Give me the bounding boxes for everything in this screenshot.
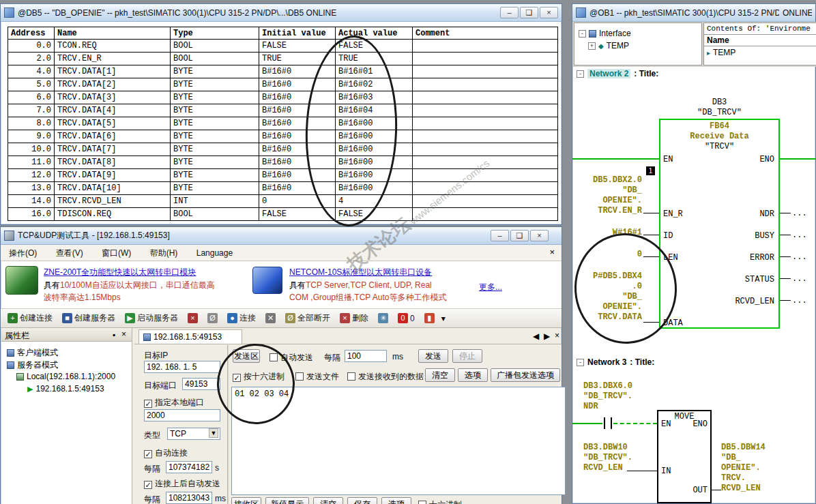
toolbar-counter-zero-button[interactable]: 00	[395, 312, 418, 325]
header-address[interactable]: Address	[8, 27, 55, 40]
new-display-button[interactable]: 新值显示	[265, 497, 309, 504]
table-row[interactable]: 4.0TRCV.DATA[1]BYTEB#16#0B#16#01	[8, 65, 558, 78]
type-select[interactable]: TCP▼	[167, 428, 220, 440]
sidebar-item-client-mode[interactable]: 客户端模式	[7, 347, 58, 359]
tab-close-icon[interactable]: ×	[555, 331, 559, 340]
sidebar-close-icon[interactable]: ×	[121, 329, 126, 339]
dest-ip-input[interactable]	[144, 361, 220, 373]
close-button[interactable]: ×	[530, 230, 549, 241]
toolbar-disconnect-all-button[interactable]: Ø全部断开	[282, 311, 333, 325]
auto-send-check-icon[interactable]: ✓	[144, 481, 152, 489]
table-row[interactable]: 16.0TDISCON.REQBOOLFALSEFALSE	[8, 208, 558, 221]
local-port-input[interactable]	[144, 409, 220, 421]
sidebar-item-local-server[interactable]: Local(192.168.1.1):2000	[16, 372, 115, 381]
error-unassigned[interactable]: ...	[792, 252, 807, 262]
toolbar-abort-button[interactable]: Ø	[205, 312, 220, 325]
tcp-window-titlebar[interactable]: TCP&UDP测试工具 - [192.168.1.5:49153] – ❑ ×	[1, 227, 562, 245]
auto-connect-checkbox[interactable]: ✓自动连接	[144, 447, 188, 459]
auto-send-checkbox[interactable]: ✓连接上后自动发送	[144, 478, 220, 490]
toolbar-start-server-button[interactable]: ▶启动服务器	[122, 311, 181, 325]
network2-collapse-icon[interactable]: -	[577, 70, 584, 78]
table-row[interactable]: 0.0TCON.REQBOOLFALSEFALSE	[8, 40, 558, 53]
toolbar-overflow-icon[interactable]: ▾	[441, 314, 446, 323]
minimize-button[interactable]: –	[500, 7, 519, 18]
tab-scroll-left-icon[interactable]: ◀	[533, 331, 539, 341]
header-comment[interactable]: Comment	[413, 27, 558, 40]
receive-hex-checkbox[interactable]: 十六进制	[418, 499, 462, 504]
toolbar-delete-button[interactable]: ×删除	[337, 311, 371, 325]
local-port-check-icon[interactable]: ✓	[144, 400, 152, 408]
send-file-check-icon[interactable]	[295, 372, 304, 381]
db-window-titlebar[interactable]: @DB5 -- "DB_OPENIE" -- pkh_test\SIMATIC …	[1, 4, 562, 22]
auto-send-interval-input[interactable]	[166, 492, 212, 504]
ndr-unassigned[interactable]: ...	[792, 209, 807, 218]
contact-operand[interactable]: DB3.DBX6.0"DB_TRCV".NDR	[583, 381, 632, 412]
table-row[interactable]: 7.0TRCV.DATA[4]BYTEB#16#0B#16#04	[8, 104, 558, 117]
temp-row[interactable]: ▸ TEMP	[704, 46, 816, 59]
table-row[interactable]: 6.0TRCV.DATA[3]BYTEB#16#0B#16#03	[8, 91, 558, 104]
busy-unassigned[interactable]: ...	[792, 231, 807, 240]
options-button[interactable]: 选项	[458, 368, 488, 382]
close-button[interactable]: ×	[540, 7, 558, 18]
send-received-check-icon[interactable]	[347, 372, 355, 381]
toolbar-new-connection-button[interactable]: +创建连接	[5, 311, 55, 325]
network3-collapse-icon[interactable]: -	[577, 359, 584, 366]
dest-port-input[interactable]	[182, 378, 220, 390]
sidebar-item-connection[interactable]: ▶ 192.168.1.5:49153	[27, 384, 104, 394]
auto-connect-check-icon[interactable]: ✓	[144, 450, 152, 458]
menu-help[interactable]: 帮助(H)	[142, 245, 186, 262]
restore-button[interactable]: ❑	[520, 7, 538, 18]
table-row[interactable]: 14.0TRCV.RCVD_LENINT04	[8, 195, 558, 208]
receive-options-button[interactable]: 选项	[381, 497, 411, 504]
receive-clear-button[interactable]: 清空	[313, 497, 343, 504]
connection-tab[interactable]: 192.168.1.5:49153	[139, 329, 242, 344]
receive-hex-check-icon[interactable]	[418, 501, 426, 504]
expand-icon[interactable]: +	[588, 42, 596, 50]
header-name[interactable]: Name	[55, 27, 171, 40]
header-type[interactable]: Type	[171, 27, 259, 40]
send-received-checkbox[interactable]: 发送接收到的数据	[347, 371, 424, 383]
table-row[interactable]: 9.0TRCV.DATA[6]BYTEB#16#0B#16#00	[8, 130, 558, 143]
network2-header[interactable]: - Network 2 : Title:	[577, 69, 658, 78]
restore-button[interactable]: ❑	[510, 230, 529, 241]
table-row[interactable]: 5.0TRCV.DATA[2]BYTEB#16#0B#16#02	[8, 78, 558, 91]
temp-tree-node[interactable]: + ◆ TEMP	[588, 41, 629, 50]
network3-header[interactable]: - Network 3 : Title:	[577, 357, 654, 367]
menu-window[interactable]: 窗口(W)	[93, 245, 139, 262]
ob1-window-titlebar[interactable]: @OB1 -- pkh_test\SIMATIC 300(1)\CPU 315-…	[572, 4, 815, 22]
menu-operation[interactable]: 操作(O)	[1, 245, 45, 262]
toolbar-connect-button[interactable]: ●连接	[224, 311, 259, 325]
toolbar-new-server-button[interactable]: ■创建服务器	[59, 311, 118, 325]
menu-language[interactable]: Language	[188, 246, 241, 261]
table-row[interactable]: 2.0TRCV.EN_RBOOLTRUETRUE	[8, 53, 558, 65]
en-r-operand[interactable]: DB5.DBX2.0"DB_OPENIE".TRCV.EN_R	[574, 175, 642, 216]
toolbar-clear-button[interactable]: ✳	[375, 312, 391, 325]
menubar-close-icon[interactable]: ×	[549, 247, 555, 257]
toolbar-stop-server-button[interactable]: ×	[185, 312, 201, 325]
minimize-button[interactable]: –	[491, 230, 509, 241]
ad1-title-link[interactable]: ZNE-200T全功能型快速以太网转串口模块	[44, 267, 196, 278]
clear-button[interactable]: 清空	[425, 368, 455, 382]
move-in-operand[interactable]: DB3.DBW10"DB_TRCV".RCVD_LEN	[583, 443, 632, 473]
rcvd-len-unassigned[interactable]: ...	[792, 296, 807, 306]
more-link[interactable]: 更多...	[479, 282, 502, 293]
send-file-checkbox[interactable]: 发送文件	[295, 371, 339, 383]
tab-scroll-right-icon[interactable]: ▶	[544, 331, 550, 341]
send-button[interactable]: 发送	[418, 349, 448, 363]
move-out-operand[interactable]: DB5.DBW14"DB_OPENIE".TRCV.RCVD_LEN	[721, 443, 766, 494]
pin-icon[interactable]: ▪	[113, 330, 115, 340]
name-column-header[interactable]: Name	[704, 34, 816, 46]
table-row[interactable]: 8.0TRCV.DATA[5]BYTEB#16#0B#16#00	[8, 117, 558, 130]
collapse-icon[interactable]: -	[579, 30, 586, 38]
status-unassigned[interactable]: ...	[792, 274, 807, 284]
save-button[interactable]: 保存	[347, 497, 377, 504]
receive-area-button[interactable]: 接收区	[231, 497, 261, 504]
sidebar-item-server-mode[interactable]: 服务器模式	[7, 359, 58, 371]
menu-view[interactable]: 查看(V)	[48, 245, 91, 262]
header-initial-value[interactable]: Initial value	[259, 27, 336, 40]
local-port-checkbox[interactable]: ✓指定本地端口	[144, 397, 204, 409]
send-interval-input[interactable]	[345, 350, 387, 362]
broadcast-options-button[interactable]: 广播包发送选项	[491, 368, 560, 382]
interface-tree-node[interactable]: - Interface	[579, 29, 631, 38]
stop-button[interactable]: 停止	[452, 349, 482, 363]
